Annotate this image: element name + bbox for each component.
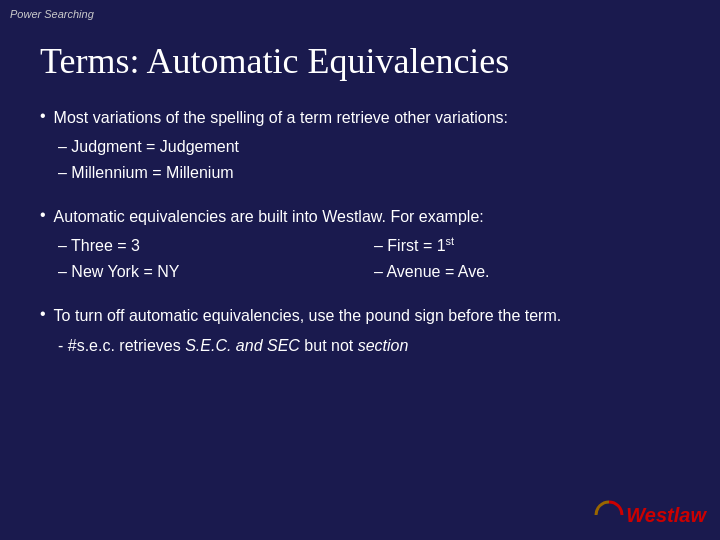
bullet-item-3: • To turn off automatic equivalencies, u… — [40, 304, 680, 327]
pound-example-line: - #s.e.c. retrieves S.E.C. and SEC but n… — [58, 334, 680, 358]
example-three: – Three = 3 — [58, 234, 364, 258]
bullet-section-1: • Most variations of the spelling of a t… — [40, 106, 680, 185]
pound-italic2: section — [358, 337, 409, 354]
bullet-item-1: • Most variations of the spelling of a t… — [40, 106, 680, 129]
bullet-section-3: • To turn off automatic equivalencies, u… — [40, 304, 680, 357]
westlaw-logo-container: Westlaw — [594, 500, 706, 530]
example-grid: – Three = 3 – First = 1st – New York = N… — [58, 234, 680, 284]
pound-between: but not — [304, 337, 357, 354]
bullet-item-2: • Automatic equivalencies are built into… — [40, 205, 680, 228]
bullet-section-2: • Automatic equivalencies are built into… — [40, 205, 680, 284]
bullet-text-1: Most variations of the spelling of a ter… — [54, 106, 508, 129]
bullet-dot-1: • — [40, 107, 46, 125]
example-first-sup: st — [446, 235, 455, 247]
header-label: Power Searching — [10, 8, 94, 20]
example-avenue: – Avenue = Ave. — [374, 260, 680, 284]
sub-item-1-2: – Millennium = Millenium — [58, 161, 680, 185]
bullet-text-3: To turn off automatic equivalencies, use… — [54, 304, 562, 327]
westlaw-logo-text: Westlaw — [626, 504, 706, 527]
slide-title: Terms: Automatic Equivalencies — [40, 40, 680, 82]
example-first-text: – First = 1 — [374, 237, 446, 254]
main-content: Terms: Automatic Equivalencies • Most va… — [0, 22, 720, 398]
sub-items-1: – Judgment = Judgement – Millennium = Mi… — [58, 135, 680, 185]
pound-italic1-text: S.E.C. and SEC — [185, 337, 300, 354]
sub-item-1-1: – Judgment = Judgement — [58, 135, 680, 159]
example-first: – First = 1st — [374, 234, 680, 258]
example-newyork: – New York = NY — [58, 260, 364, 284]
westlaw-logo-icon — [594, 500, 624, 530]
bullet-text-2: Automatic equivalencies are built into W… — [54, 205, 484, 228]
bullet-dot-3: • — [40, 305, 46, 323]
bullet-dot-2: • — [40, 206, 46, 224]
pound-prefix: - #s.e.c. retrieves — [58, 337, 181, 354]
